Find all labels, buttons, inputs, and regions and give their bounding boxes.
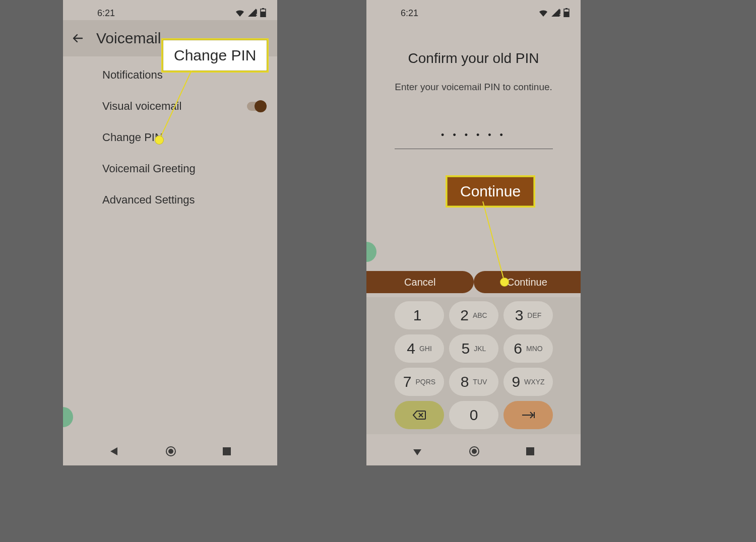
battery-icon [260,8,266,17]
menu-item-change-pin[interactable]: Change PIN [63,122,277,153]
key-9[interactable]: 9WXYZ [503,368,553,396]
battery-icon [563,8,570,17]
annotation-callout-continue: Continue [446,175,535,208]
signal-icon [551,9,560,17]
svg-rect-7 [223,447,231,455]
pin-subtitle: Enter your voicemail PIN to continue. [366,82,581,93]
status-time: 6:21 [97,8,115,19]
key-digit: 9 [512,373,520,390]
key-6[interactable]: 6MNO [503,334,553,363]
system-nav-bar [366,437,581,465]
svg-rect-12 [564,12,569,17]
back-icon[interactable] [72,32,84,44]
numeric-keypad: 1 2ABC 3DEF 4GHI 5JKL 6MNO 7PQRS 8TUV 9W… [366,297,581,434]
enter-icon [521,411,535,419]
key-5[interactable]: 5JKL [449,334,498,363]
menu-item-label: Notifications [102,69,163,82]
key-letters: PQRS [416,378,436,386]
key-digit: 7 [403,373,412,390]
nav-recent-icon[interactable] [526,447,535,456]
menu-item-advanced-settings[interactable]: Advanced Settings [63,184,277,216]
page-title: Voicemail [96,30,161,47]
key-digit: 3 [515,307,524,324]
pin-input[interactable]: • • • • • • [395,130,553,149]
menu-item-label: Advanced Settings [102,193,195,207]
wifi-icon [538,9,548,17]
key-digit: 0 [470,406,478,424]
key-enter[interactable] [503,401,553,429]
system-nav-bar [63,437,277,465]
annotation-marker-1 [155,136,163,144]
svg-rect-4 [261,12,266,17]
nav-home-icon[interactable] [469,446,480,457]
nav-back-icon[interactable] [412,446,422,456]
floating-action-button[interactable] [366,242,376,262]
key-backspace[interactable] [395,401,444,429]
nav-recent-icon[interactable] [222,447,231,456]
key-digit: 2 [460,307,469,324]
svg-rect-9 [559,15,560,16]
toggle-visual-voicemail[interactable] [247,102,265,111]
key-7[interactable]: 7PQRS [395,368,444,396]
status-time: 6:21 [401,8,418,19]
svg-rect-0 [256,10,257,14]
svg-rect-8 [559,10,560,14]
nav-back-icon[interactable] [109,446,119,456]
key-letters: MNO [526,345,543,353]
key-digit: 6 [514,340,522,357]
key-letters: WXYZ [524,378,544,386]
key-2[interactable]: 2ABC [449,301,498,329]
key-4[interactable]: 4GHI [395,334,444,363]
key-digit: 1 [413,307,422,324]
key-digit: 5 [462,340,470,357]
key-0[interactable]: 0 [449,401,498,429]
key-letters: DEF [527,311,541,319]
status-bar: 6:21 [63,0,277,20]
key-letters: TUV [473,378,487,386]
menu-item-label: Voicemail Greeting [102,162,196,175]
annotation-callout-change-pin: Change PIN [161,38,269,73]
continue-button[interactable]: Continue [474,271,581,293]
key-digit: 8 [461,373,469,390]
pin-title: Confirm your old PIN [366,50,581,66]
key-1[interactable]: 1 [395,301,444,329]
key-letters: JKL [474,345,486,353]
cancel-button[interactable]: Cancel [366,271,474,293]
nav-home-icon[interactable] [165,446,176,457]
key-digit: 4 [407,340,415,357]
backspace-icon [412,410,426,420]
key-3[interactable]: 3DEF [503,301,553,329]
menu-item-label: Visual voicemail [102,100,181,113]
svg-rect-1 [256,15,257,16]
signal-icon [248,9,257,17]
wifi-icon [235,9,245,17]
svg-point-6 [168,449,173,454]
menu-item-label: Change PIN [102,131,163,144]
svg-rect-15 [526,447,534,455]
key-letters: ABC [473,311,487,319]
menu-item-visual-voicemail[interactable]: Visual voicemail [63,91,277,122]
key-letters: GHI [419,345,432,353]
status-bar: 6:21 [366,0,581,20]
svg-point-14 [472,449,477,454]
key-8[interactable]: 8TUV [449,368,498,396]
annotation-marker-2 [500,278,509,286]
floating-action-button[interactable] [63,407,73,427]
menu-item-voicemail-greeting[interactable]: Voicemail Greeting [63,153,277,184]
